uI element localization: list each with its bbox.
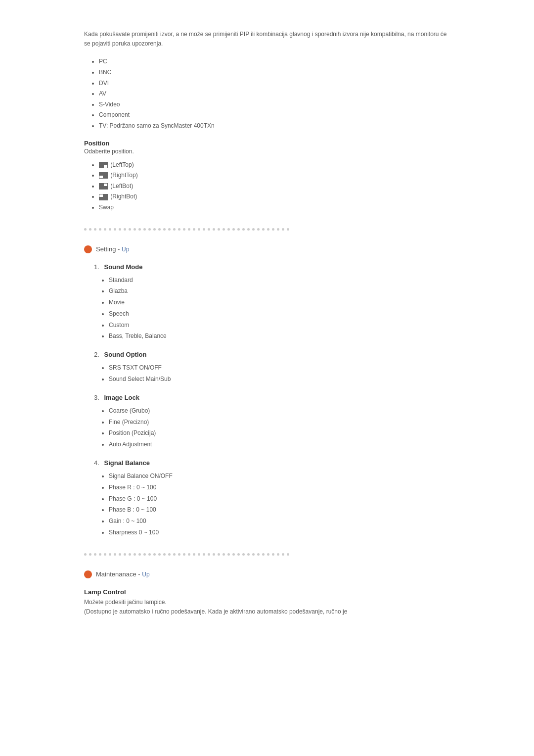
list-item: Fine (Precizno): [109, 417, 450, 428]
list-item: Swap: [99, 202, 450, 213]
list-item: (LeftBot): [99, 181, 450, 192]
list-item: (RightBot): [99, 191, 450, 202]
position-label: (LeftBot): [110, 183, 133, 189]
list-item: Sharpness 0 ~ 100: [109, 527, 450, 538]
signal-balance-item: 4. Signal Balance Signal Balance ON/OFF …: [94, 459, 450, 538]
list-item: Glazba: [109, 285, 450, 297]
image-lock-list: Coarse (Grubo) Fine (Precizno) Position …: [94, 405, 450, 450]
list-item: S-Video: [99, 99, 450, 110]
list-item: TV: Podržano samo za SyncMaster 400TXn: [99, 121, 450, 132]
pip-left-top-icon: [99, 162, 108, 168]
setting-section-header: Setting - Up: [84, 245, 450, 253]
list-item: (RightTop): [99, 170, 450, 181]
list-item: Speech: [109, 308, 450, 320]
sound-mode-item: 1. Sound Mode Standard Glazba Movie Spee…: [94, 263, 450, 342]
lamp-desc-1: Možete podesiti jačinu lampice.: [84, 598, 450, 607]
list-item: Movie: [109, 297, 450, 308]
list-item: Signal Balance ON/OFF: [109, 471, 450, 482]
list-item: Standard: [109, 275, 450, 286]
list-item: Position (Pozicija): [109, 427, 450, 439]
pip-right-bot-icon: [99, 194, 108, 200]
setting-title: Setting - Up: [96, 245, 129, 253]
pip-left-bot-icon: [99, 183, 108, 189]
pip-right-top-icon: [99, 172, 108, 179]
maintenance-title: Maintenanace - Up: [96, 570, 150, 578]
divider-2: [84, 553, 450, 556]
list-item: Component: [99, 110, 450, 121]
position-list: (LeftTop) (RightTop) (LeftBot) (RightBot…: [84, 160, 450, 213]
divider-1: [84, 228, 450, 231]
maintenance-up-link[interactable]: Up: [142, 571, 149, 578]
maintenance-icon: [84, 570, 92, 578]
list-item: Phase G : 0 ~ 100: [109, 493, 450, 505]
list-item: PC: [99, 56, 450, 67]
list-item: (LeftTop): [99, 160, 450, 171]
position-label: (RightBot): [110, 193, 137, 200]
sound-option-item: 2. Sound Option SRS TSXT ON/OFF Sound Se…: [94, 351, 450, 385]
list-item: Custom: [109, 320, 450, 331]
position-title: Position: [84, 140, 450, 147]
position-desc: Odaberite position.: [84, 148, 450, 155]
source-list: PC BNC DVI AV S-Video Component TV: Podr…: [84, 56, 450, 131]
position-label: (RightTop): [110, 172, 137, 179]
lamp-control-section: Lamp Control Možete podesiti jačinu lamp…: [84, 588, 450, 616]
sound-mode-title: 1. Sound Mode: [94, 263, 450, 271]
lamp-control-title: Lamp Control: [84, 588, 450, 596]
list-item: BNC: [99, 67, 450, 78]
sound-mode-list: Standard Glazba Movie Speech Custom Bass…: [94, 275, 450, 342]
intro-text: Kada pokušavate promijeniti izvor, a ne …: [84, 30, 450, 48]
list-item: Auto Adjustment: [109, 439, 450, 450]
sound-option-title: 2. Sound Option: [94, 351, 450, 358]
list-item: Bass, Treble, Balance: [109, 331, 450, 342]
position-section: Position Odaberite position. (LeftTop) (…: [84, 140, 450, 213]
position-label: (LeftTop): [110, 161, 134, 168]
image-lock-item: 3. Image Lock Coarse (Grubo) Fine (Preci…: [94, 394, 450, 450]
list-item: Sound Select Main/Sub: [109, 374, 450, 385]
setting-numbered-list: 1. Sound Mode Standard Glazba Movie Spee…: [84, 263, 450, 538]
image-lock-title: 3. Image Lock: [94, 394, 450, 401]
sound-option-list: SRS TSXT ON/OFF Sound Select Main/Sub: [94, 362, 450, 385]
maintenance-section-header: Maintenanace - Up: [84, 570, 450, 578]
list-item: Coarse (Grubo): [109, 405, 450, 417]
list-item: SRS TSXT ON/OFF: [109, 362, 450, 374]
list-item: DVI: [99, 78, 450, 89]
list-item: AV: [99, 89, 450, 99]
list-item: Gain : 0 ~ 100: [109, 516, 450, 527]
list-item: Phase B : 0 ~ 100: [109, 504, 450, 516]
list-item: Phase R : 0 ~ 100: [109, 482, 450, 493]
signal-balance-list: Signal Balance ON/OFF Phase R : 0 ~ 100 …: [94, 471, 450, 538]
setting-up-link[interactable]: Up: [122, 246, 129, 253]
signal-balance-title: 4. Signal Balance: [94, 459, 450, 467]
setting-icon: [84, 245, 92, 253]
lamp-desc-2: (Dostupno je automatsko i ručno podešava…: [84, 607, 450, 616]
swap-label: Swap: [99, 204, 114, 211]
